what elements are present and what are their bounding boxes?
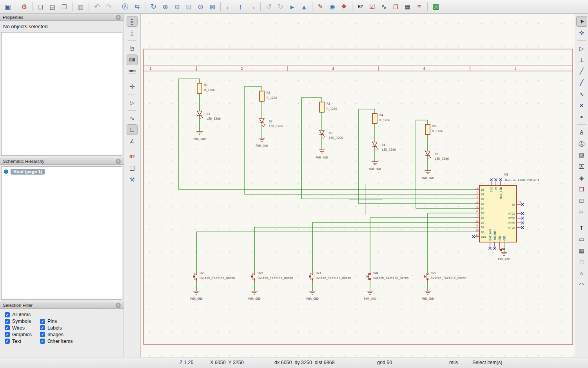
close-icon[interactable]: ✕: [116, 159, 121, 164]
value-D3[interactable]: LED_1206: [329, 136, 343, 140]
switch-SW4[interactable]: [369, 273, 371, 275]
assign-footprints-button[interactable]: ❒: [390, 2, 401, 12]
page-settings-button[interactable]: ❏: [35, 2, 46, 12]
refresh-view-button[interactable]: ↻: [148, 2, 159, 12]
resistor-R1[interactable]: [197, 83, 202, 93]
checkbox-checked[interactable]: ✓: [40, 325, 45, 330]
hierarchy-navigator-button[interactable]: ❑: [127, 163, 138, 173]
value-D2[interactable]: LED_1206: [269, 124, 283, 128]
draw-lines-button[interactable]: ∿: [576, 89, 587, 99]
place-textbox-button[interactable]: ▭: [576, 234, 587, 244]
ref-M1[interactable]: M1: [505, 173, 508, 177]
symbol-editor-button[interactable]: ✎: [315, 2, 326, 12]
value-D1[interactable]: LED_1206: [207, 117, 221, 120]
switch-SW5[interactable]: [427, 273, 428, 275]
hierarchy-root-label[interactable]: Root (page 1): [11, 169, 45, 175]
zoom-selection-button[interactable]: ⊠: [207, 2, 218, 12]
wire-R1[interactable]: [179, 79, 475, 189]
value-SW2[interactable]: Switch_Tactile_Omron: [258, 276, 293, 280]
close-icon[interactable]: ✕: [116, 15, 121, 20]
power-label[interactable]: PWR_GND: [256, 144, 268, 148]
netclass-directive-button[interactable]: ◈: [576, 173, 587, 183]
hierarchical-label-button[interactable]: A: [576, 161, 587, 172]
plot-button[interactable]: ❐: [58, 2, 70, 12]
place-sheet-button[interactable]: ❒: [576, 184, 587, 195]
power-label[interactable]: PWR_GND: [498, 257, 510, 261]
edit-symbols-button[interactable]: ❖: [338, 2, 350, 12]
generate-bom-button[interactable]: ≡: [414, 2, 425, 12]
net-label-button[interactable]: A: [576, 127, 587, 138]
led-D3[interactable]: [319, 130, 324, 135]
resistor-R2[interactable]: [260, 91, 264, 101]
paste-button[interactable]: ▥: [75, 2, 86, 12]
ref-SW3[interactable]: SW3: [316, 271, 321, 275]
global-label-button[interactable]: Ⓐ: [576, 138, 587, 149]
zoom-in-button[interactable]: ⊕: [160, 2, 171, 12]
bus-entry-button[interactable]: ▨: [576, 150, 587, 160]
grid-overrides-button[interactable]: ⣿: [127, 27, 138, 38]
rotate-ccw-button[interactable]: ↺: [263, 2, 274, 12]
wire-R2[interactable]: [244, 87, 475, 194]
ref-D2[interactable]: D2: [269, 120, 272, 123]
schematic-setup-button[interactable]: ⚙: [18, 2, 30, 12]
save-button[interactable]: ▣: [2, 2, 13, 12]
place-junction-button[interactable]: •: [576, 111, 587, 122]
redo-button[interactable]: ↷: [103, 2, 114, 12]
draw-rectangle-button[interactable]: □: [576, 257, 587, 267]
value-R5[interactable]: R_1206: [432, 129, 443, 133]
switch-SW5[interactable]: [427, 278, 428, 280]
power-label[interactable]: PWR_GND: [248, 297, 261, 301]
grid-visibility-button[interactable]: ⣿: [127, 16, 138, 27]
value-SW1[interactable]: Switch_Tactile_Omron: [200, 276, 235, 280]
junction-dot[interactable]: [503, 248, 505, 250]
annotate-auto-button[interactable]: R?: [127, 151, 138, 162]
ref-SW1[interactable]: SW1: [200, 271, 205, 275]
value-R1[interactable]: R_1206: [204, 88, 215, 92]
place-symbol-button[interactable]: ▷: [576, 43, 587, 54]
symbol-fields-table-button[interactable]: ▦: [402, 2, 413, 12]
checkbox-checked[interactable]: ✓: [5, 339, 10, 344]
checkbox-checked[interactable]: ✓: [40, 332, 45, 337]
switch-SW3[interactable]: [312, 278, 313, 280]
print-button[interactable]: ▤: [47, 2, 58, 12]
checkbox-checked[interactable]: ✓: [40, 319, 45, 324]
switch-SW4[interactable]: [369, 278, 371, 280]
mirror-vertical-button[interactable]: ▴: [298, 2, 310, 12]
zoom-out-button[interactable]: ⊖: [171, 2, 183, 12]
power-label[interactable]: PWR_GND: [193, 137, 206, 141]
switch-SW1[interactable]: [196, 273, 197, 275]
symbol-browser-button[interactable]: ◉: [327, 2, 338, 12]
annotate-button[interactable]: R?: [355, 2, 366, 12]
close-icon[interactable]: ✕: [116, 303, 121, 308]
value-R4[interactable]: R_1206: [379, 118, 390, 122]
ref-R1[interactable]: R1: [204, 83, 208, 87]
power-label[interactable]: PWR_GND: [421, 297, 434, 301]
schematic-canvas[interactable]: 12345R1R_1206D1LED_1206PWR_GNDR2R_1206D2…: [140, 14, 575, 357]
ref-D5[interactable]: D5: [435, 152, 438, 156]
line-mode-45-button[interactable]: ∠: [127, 136, 138, 146]
place-text-variable-button[interactable]: A: [576, 207, 587, 217]
mirror-horizontal-button[interactable]: ▸: [287, 2, 298, 12]
power-label[interactable]: PWR_GND: [306, 297, 319, 301]
zoom-fit-button[interactable]: ⊡: [183, 2, 194, 12]
ref-R3[interactable]: R3: [327, 102, 330, 106]
value-D4[interactable]: LED_1206: [382, 148, 396, 151]
place-text-button[interactable]: T: [576, 222, 587, 233]
no-connect-button[interactable]: ✕: [576, 100, 587, 111]
wire-SW1[interactable]: [196, 232, 475, 271]
switch-SW2[interactable]: [254, 273, 255, 275]
checkbox-checked[interactable]: ✓: [5, 312, 10, 317]
line-mode-free-button[interactable]: ∿: [127, 113, 138, 124]
draw-bus-button[interactable]: ╱: [576, 77, 587, 88]
nav-forward-button[interactable]: →: [247, 2, 258, 12]
highlight-net-button[interactable]: ✜: [576, 27, 587, 38]
wire-SW4[interactable]: [370, 218, 475, 271]
ref-R2[interactable]: R2: [267, 91, 270, 95]
rotate-cw-button[interactable]: ↻: [275, 2, 286, 12]
power-label[interactable]: PWR_GND: [421, 177, 434, 180]
hidden-pins-button[interactable]: ▷: [127, 97, 138, 108]
find-button[interactable]: Ⓐ: [120, 2, 131, 12]
value-R3[interactable]: R_1206: [327, 107, 338, 111]
value-D5[interactable]: LED_1206: [435, 157, 449, 160]
wire-SW3[interactable]: [312, 222, 475, 271]
